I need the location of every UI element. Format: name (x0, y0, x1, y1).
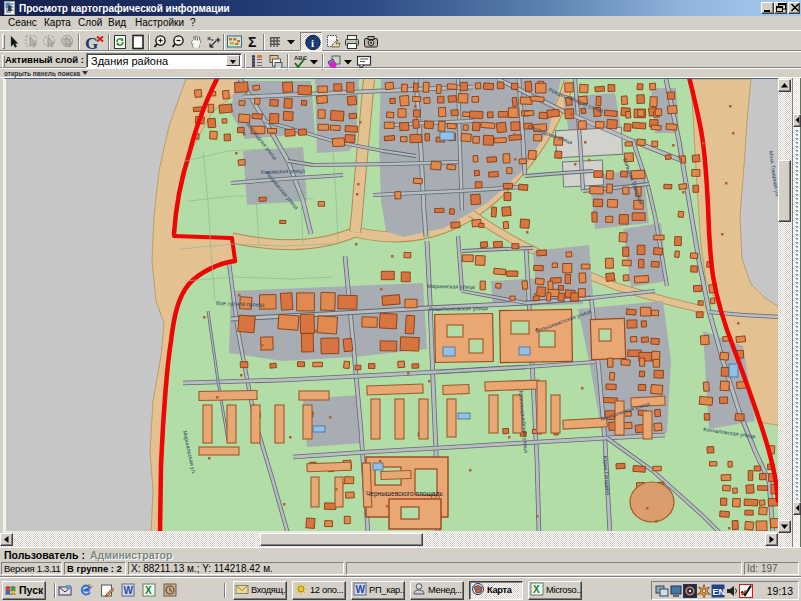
svg-text:Σ: Σ (248, 34, 256, 50)
svg-text:X: X (145, 585, 152, 596)
svg-text:i: i (311, 37, 314, 49)
svg-text:Мариинская улица: Мариинская улица (427, 283, 476, 290)
svg-text:W: W (356, 584, 366, 595)
svg-text:Чернышевского площадь: Чернышевского площадь (366, 490, 443, 498)
svg-text:Решетниковская улица: Решетниковская улица (429, 305, 489, 312)
svg-text:W: W (124, 585, 134, 596)
svg-text:ABC: ABC (294, 55, 308, 61)
svg-text:X: X (533, 584, 540, 595)
svg-text:×ₓ: ×ₓ (207, 35, 214, 42)
svg-text:G: G (85, 34, 98, 50)
svg-text:EN: EN (713, 587, 726, 597)
